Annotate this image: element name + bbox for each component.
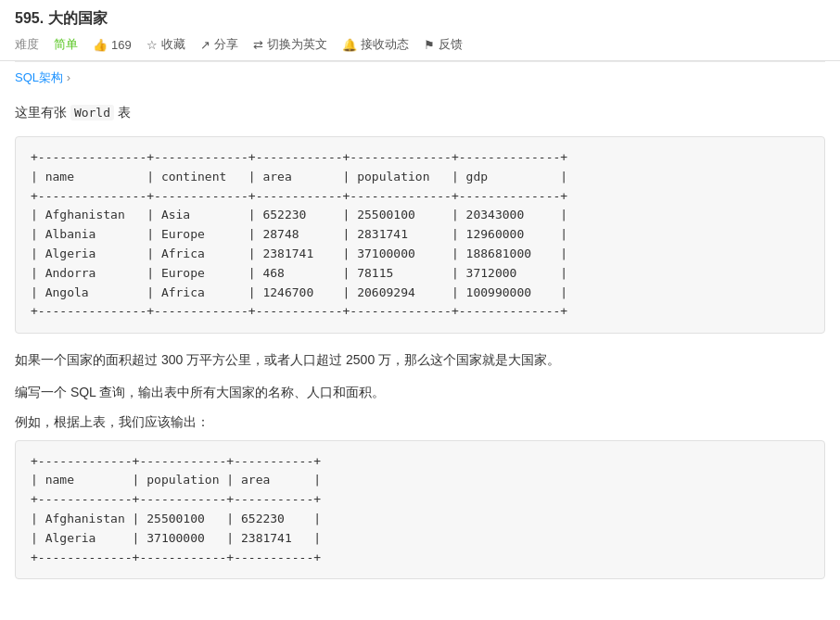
main-content: 这里有张 World 表 +---------------+----------… bbox=[0, 94, 840, 613]
thumbs-up-icon: 👍 bbox=[93, 38, 108, 52]
output-table-block: +-------------+------------+-----------+… bbox=[15, 440, 825, 580]
intro-text-before: 这里有张 bbox=[15, 105, 67, 120]
translate-label: 切换为英文 bbox=[267, 36, 327, 53]
intro-text: 这里有张 World 表 bbox=[15, 105, 825, 121]
share-icon: ↗ bbox=[200, 38, 210, 52]
table-name-code: World bbox=[70, 105, 114, 120]
breadcrumb[interactable]: SQL架构 › bbox=[0, 62, 840, 94]
translate-icon: ⇄ bbox=[253, 38, 263, 52]
page-title: 595. 大的国家 bbox=[15, 9, 825, 29]
share-button[interactable]: ↗ 分享 bbox=[200, 36, 238, 53]
subscribe-label: 接收动态 bbox=[361, 36, 409, 53]
star-icon: ☆ bbox=[146, 38, 158, 52]
collect-label: 收藏 bbox=[161, 36, 185, 53]
bell-icon: 🔔 bbox=[342, 38, 357, 52]
difficulty-value: 简单 bbox=[54, 36, 78, 53]
collect-button[interactable]: ☆ 收藏 bbox=[146, 36, 185, 53]
like-count: 169 bbox=[111, 38, 132, 52]
description-2: 编写一个 SQL 查询，输出表中所有大国家的名称、人口和面积。 bbox=[15, 381, 825, 404]
toolbar: 难度 简单 👍 169 ☆ 收藏 ↗ 分享 ⇄ 切换为英文 🔔 接收动态 ⚑ 反… bbox=[15, 36, 825, 53]
like-button[interactable]: 👍 169 bbox=[93, 38, 132, 52]
difficulty-label: 难度 bbox=[15, 36, 39, 53]
description-1: 如果一个国家的面积超过 300 万平方公里，或者人口超过 2500 万，那么这个… bbox=[15, 348, 825, 372]
breadcrumb-label: SQL架构 bbox=[15, 70, 63, 84]
share-label: 分享 bbox=[214, 36, 238, 53]
flag-icon: ⚑ bbox=[424, 38, 435, 52]
example-label: 例如，根据上表，我们应该输出： bbox=[15, 414, 825, 431]
breadcrumb-separator: › bbox=[67, 70, 70, 84]
feedback-button[interactable]: ⚑ 反馈 bbox=[424, 36, 463, 53]
subscribe-button[interactable]: 🔔 接收动态 bbox=[342, 36, 409, 53]
translate-button[interactable]: ⇄ 切换为英文 bbox=[253, 36, 327, 53]
intro-text-after: 表 bbox=[118, 105, 131, 120]
world-table-block: +---------------+-------------+---------… bbox=[15, 136, 825, 334]
feedback-label: 反馈 bbox=[439, 36, 463, 53]
